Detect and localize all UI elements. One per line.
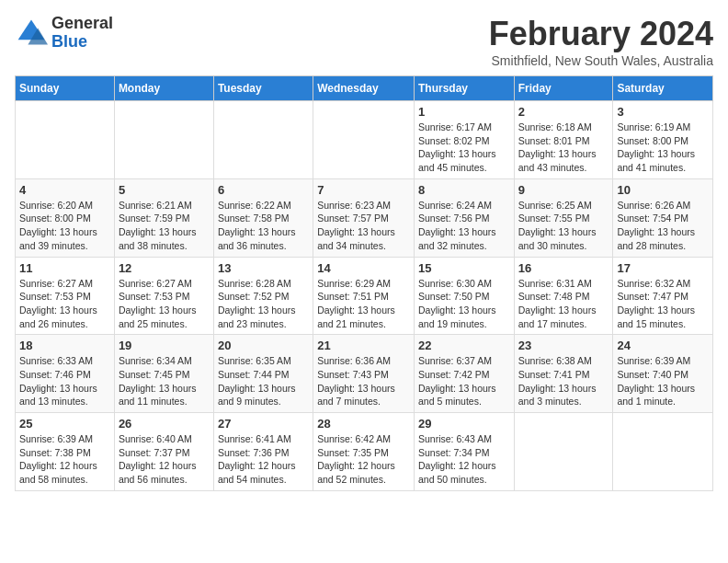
- calendar-cell: 1Sunrise: 6:17 AM Sunset: 8:02 PM Daylig…: [414, 101, 514, 179]
- calendar-cell: 19Sunrise: 6:34 AM Sunset: 7:45 PM Dayli…: [114, 335, 213, 413]
- day-info: Sunrise: 6:33 AM Sunset: 7:46 PM Dayligh…: [19, 354, 110, 408]
- day-info: Sunrise: 6:37 AM Sunset: 7:42 PM Dayligh…: [418, 354, 510, 408]
- title-area: February 2024 Smithfield, New South Wale…: [489, 15, 713, 68]
- calendar-cell: 14Sunrise: 6:29 AM Sunset: 7:51 PM Dayli…: [313, 257, 415, 335]
- calendar-header-cell: Monday: [114, 76, 213, 101]
- day-number: 7: [317, 183, 410, 197]
- calendar-week-row: 18Sunrise: 6:33 AM Sunset: 7:46 PM Dayli…: [16, 335, 713, 413]
- calendar-cell: [313, 101, 415, 179]
- day-info: Sunrise: 6:29 AM Sunset: 7:51 PM Dayligh…: [317, 277, 410, 331]
- calendar-cell: 18Sunrise: 6:33 AM Sunset: 7:46 PM Dayli…: [16, 335, 115, 413]
- day-info: Sunrise: 6:40 AM Sunset: 7:37 PM Dayligh…: [119, 432, 210, 487]
- day-number: 14: [317, 261, 410, 275]
- day-info: Sunrise: 6:17 AM Sunset: 8:02 PM Dayligh…: [418, 121, 510, 175]
- logo-blue: Blue: [51, 32, 87, 51]
- day-number: 21: [317, 339, 410, 352]
- calendar-week-row: 25Sunrise: 6:39 AM Sunset: 7:38 PM Dayli…: [16, 413, 713, 491]
- day-info: Sunrise: 6:41 AM Sunset: 7:36 PM Dayligh…: [218, 432, 309, 487]
- calendar-cell: 2Sunrise: 6:18 AM Sunset: 8:01 PM Daylig…: [514, 101, 613, 179]
- calendar-cell: 4Sunrise: 6:20 AM Sunset: 8:00 PM Daylig…: [16, 178, 115, 257]
- calendar-cell: 13Sunrise: 6:28 AM Sunset: 7:52 PM Dayli…: [213, 257, 313, 335]
- calendar-cell: [213, 101, 313, 179]
- calendar-week-row: 1Sunrise: 6:17 AM Sunset: 8:02 PM Daylig…: [16, 101, 713, 179]
- day-info: Sunrise: 6:18 AM Sunset: 8:01 PM Dayligh…: [518, 121, 609, 175]
- day-info: Sunrise: 6:39 AM Sunset: 7:38 PM Dayligh…: [19, 432, 110, 487]
- day-number: 11: [19, 261, 110, 275]
- calendar-cell: 23Sunrise: 6:38 AM Sunset: 7:41 PM Dayli…: [514, 335, 613, 413]
- calendar-cell: 17Sunrise: 6:32 AM Sunset: 7:47 PM Dayli…: [613, 257, 713, 335]
- calendar-header-cell: Sunday: [16, 76, 115, 101]
- day-number: 26: [119, 417, 210, 431]
- calendar-cell: 6Sunrise: 6:22 AM Sunset: 7:58 PM Daylig…: [213, 178, 313, 257]
- day-info: Sunrise: 6:21 AM Sunset: 7:59 PM Dayligh…: [119, 199, 210, 253]
- day-info: Sunrise: 6:27 AM Sunset: 7:53 PM Dayligh…: [119, 277, 210, 331]
- calendar-cell: 16Sunrise: 6:31 AM Sunset: 7:48 PM Dayli…: [514, 257, 613, 335]
- calendar-cell: 12Sunrise: 6:27 AM Sunset: 7:53 PM Dayli…: [114, 257, 213, 335]
- day-number: 1: [418, 105, 510, 119]
- day-number: 15: [418, 261, 510, 275]
- day-info: Sunrise: 6:43 AM Sunset: 7:34 PM Dayligh…: [418, 432, 510, 487]
- day-info: Sunrise: 6:30 AM Sunset: 7:50 PM Dayligh…: [418, 277, 510, 331]
- calendar-cell: 11Sunrise: 6:27 AM Sunset: 7:53 PM Dayli…: [16, 257, 115, 335]
- day-number: 4: [19, 183, 110, 197]
- day-info: Sunrise: 6:39 AM Sunset: 7:40 PM Dayligh…: [617, 354, 709, 408]
- logo-text: General Blue: [51, 15, 113, 52]
- day-info: Sunrise: 6:24 AM Sunset: 7:56 PM Dayligh…: [418, 199, 510, 253]
- day-number: 18: [19, 339, 110, 352]
- logo-general: General: [51, 14, 113, 32]
- page-header: General Blue February 2024 Smithfield, N…: [15, 15, 713, 68]
- calendar-cell: 10Sunrise: 6:26 AM Sunset: 7:54 PM Dayli…: [613, 178, 713, 257]
- day-info: Sunrise: 6:31 AM Sunset: 7:48 PM Dayligh…: [518, 277, 609, 331]
- day-number: 19: [119, 339, 210, 352]
- day-number: 28: [317, 417, 410, 431]
- day-info: Sunrise: 6:35 AM Sunset: 7:44 PM Dayligh…: [218, 354, 309, 408]
- day-info: Sunrise: 6:27 AM Sunset: 7:53 PM Dayligh…: [19, 277, 110, 331]
- location: Smithfield, New South Wales, Australia: [489, 53, 713, 68]
- calendar-cell: 22Sunrise: 6:37 AM Sunset: 7:42 PM Dayli…: [414, 335, 514, 413]
- day-number: 17: [617, 261, 709, 275]
- calendar-cell: 25Sunrise: 6:39 AM Sunset: 7:38 PM Dayli…: [16, 413, 115, 491]
- calendar-header-cell: Thursday: [414, 76, 514, 101]
- day-number: 13: [218, 261, 309, 275]
- day-number: 5: [119, 183, 210, 197]
- day-number: 29: [418, 417, 510, 431]
- day-info: Sunrise: 6:38 AM Sunset: 7:41 PM Dayligh…: [518, 354, 609, 408]
- month-title: February 2024: [489, 15, 713, 53]
- day-number: 8: [418, 183, 510, 197]
- day-info: Sunrise: 6:19 AM Sunset: 8:00 PM Dayligh…: [617, 121, 709, 175]
- calendar-cell: 8Sunrise: 6:24 AM Sunset: 7:56 PM Daylig…: [414, 178, 514, 257]
- calendar-cell: 24Sunrise: 6:39 AM Sunset: 7:40 PM Dayli…: [613, 335, 713, 413]
- calendar-cell: [514, 413, 613, 491]
- logo-icon: [15, 17, 48, 50]
- day-info: Sunrise: 6:34 AM Sunset: 7:45 PM Dayligh…: [119, 354, 210, 408]
- calendar-header-cell: Friday: [514, 76, 613, 101]
- calendar-cell: 27Sunrise: 6:41 AM Sunset: 7:36 PM Dayli…: [213, 413, 313, 491]
- calendar-cell: 15Sunrise: 6:30 AM Sunset: 7:50 PM Dayli…: [414, 257, 514, 335]
- logo: General Blue: [15, 15, 113, 52]
- day-number: 12: [119, 261, 210, 275]
- day-info: Sunrise: 6:23 AM Sunset: 7:57 PM Dayligh…: [317, 199, 410, 253]
- day-info: Sunrise: 6:20 AM Sunset: 8:00 PM Dayligh…: [19, 199, 110, 253]
- calendar-cell: 9Sunrise: 6:25 AM Sunset: 7:55 PM Daylig…: [514, 178, 613, 257]
- calendar-body: 1Sunrise: 6:17 AM Sunset: 8:02 PM Daylig…: [16, 101, 713, 491]
- calendar-table: SundayMondayTuesdayWednesdayThursdayFrid…: [15, 75, 713, 491]
- calendar-week-row: 4Sunrise: 6:20 AM Sunset: 8:00 PM Daylig…: [16, 178, 713, 257]
- calendar-cell: 20Sunrise: 6:35 AM Sunset: 7:44 PM Dayli…: [213, 335, 313, 413]
- calendar-cell: [114, 101, 213, 179]
- day-number: 3: [617, 105, 709, 119]
- day-number: 10: [617, 183, 709, 197]
- day-number: 22: [418, 339, 510, 352]
- day-number: 16: [518, 261, 609, 275]
- day-info: Sunrise: 6:22 AM Sunset: 7:58 PM Dayligh…: [218, 199, 309, 253]
- day-info: Sunrise: 6:32 AM Sunset: 7:47 PM Dayligh…: [617, 277, 709, 331]
- calendar-cell: 28Sunrise: 6:42 AM Sunset: 7:35 PM Dayli…: [313, 413, 415, 491]
- calendar-header-row: SundayMondayTuesdayWednesdayThursdayFrid…: [16, 76, 713, 101]
- day-info: Sunrise: 6:25 AM Sunset: 7:55 PM Dayligh…: [518, 199, 609, 253]
- day-number: 25: [19, 417, 110, 431]
- calendar-cell: [16, 101, 115, 179]
- calendar-cell: 7Sunrise: 6:23 AM Sunset: 7:57 PM Daylig…: [313, 178, 415, 257]
- calendar-header-cell: Wednesday: [313, 76, 415, 101]
- day-number: 23: [518, 339, 609, 352]
- calendar-header-cell: Saturday: [613, 76, 713, 101]
- day-number: 20: [218, 339, 309, 352]
